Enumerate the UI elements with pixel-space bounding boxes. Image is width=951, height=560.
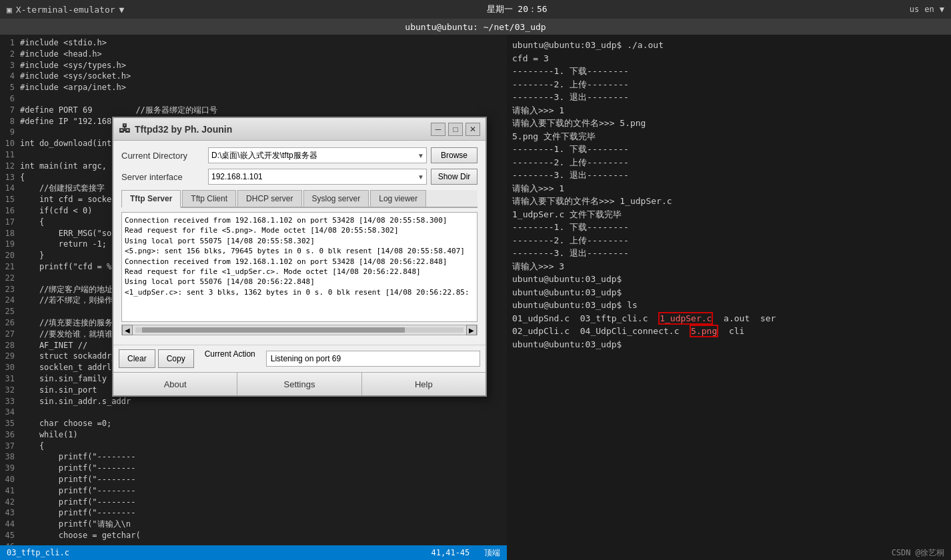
terminal-line: 请输入>>> 1: [512, 104, 946, 117]
highlighted-file: 5.png: [690, 325, 718, 337]
log-line: Read request for file <5.png>. Mode octe…: [125, 225, 474, 235]
terminal-line: --------1. 下载--------: [512, 65, 946, 78]
line-content: printf("--------: [20, 485, 135, 497]
scroll-left-icon[interactable]: ◀: [122, 325, 133, 335]
tftp-dialog: 🖧 Tftpd32 by Ph. Jounin ─ □ ✕ Current Di…: [112, 117, 487, 397]
line-number: 26: [0, 317, 20, 329]
line-number: 15: [0, 194, 20, 205]
line-number: 24: [0, 295, 20, 306]
log-line: Using local port 55076 [14/08 20:56:22.8…: [125, 277, 474, 287]
terminal-line: --------3. 退出--------: [512, 247, 946, 260]
line-content: #include <sys/socket.h>: [20, 71, 131, 82]
code-line: 7#define PORT 69 //服务器绑定的端口号: [0, 105, 507, 116]
terminal-line: ubuntu@ubuntu:03_udp$: [512, 286, 946, 299]
dialog-bottom-bar: Clear Copy Current Action Listening on p…: [113, 345, 486, 372]
code-line: 35 char choose =0;: [0, 418, 507, 429]
dropdown-arrow-icon: ▼: [119, 5, 125, 15]
copy-button[interactable]: Copy: [158, 349, 194, 368]
code-line: 44 printf("请输入\n: [0, 519, 507, 530]
status-position: 41,41-45 顶端: [431, 547, 500, 559]
dialog-title-text: Tftpd32 by Ph. Jounin: [135, 124, 232, 135]
close-button[interactable]: ✕: [465, 123, 480, 136]
locale[interactable]: en: [924, 5, 934, 14]
code-line: 40 printf("--------: [0, 474, 507, 485]
line-number: 12: [0, 161, 20, 172]
help-button[interactable]: Help: [362, 373, 486, 395]
settings-button[interactable]: Settings: [237, 373, 361, 395]
line-number: 18: [0, 228, 20, 239]
line-number: 13: [0, 172, 20, 183]
tab-dhcp-server[interactable]: DHCP server: [237, 190, 301, 207]
terminal-icon: ▣: [7, 5, 12, 15]
code-line: 41 printf("--------: [0, 485, 507, 497]
terminal-line: 01_udpSnd.c 03_tftp_cli.c 1_udpSer.c a.o…: [512, 312, 946, 325]
scrollbar-track[interactable]: [135, 327, 463, 333]
line-content: char choose =0;: [20, 418, 111, 429]
keyboard-lang[interactable]: us: [910, 5, 919, 14]
line-content: printf("--------: [20, 474, 135, 485]
scroll-right-icon[interactable]: ▶: [466, 325, 477, 335]
line-number: 23: [0, 284, 20, 295]
line-content: #include <sys/types.h>: [20, 60, 126, 71]
line-number: 8: [0, 116, 20, 127]
server-interface-select[interactable]: 192.168.1.101: [208, 169, 427, 185]
line-content: {: [20, 172, 25, 183]
line-number: 30: [0, 362, 20, 373]
tab-syslog-server[interactable]: Syslog server: [303, 190, 369, 207]
line-number: 21: [0, 261, 20, 273]
code-line: 1#include <stdio.h>: [0, 37, 507, 49]
line-number: 1: [0, 37, 20, 49]
line-content: choose = getchar(: [20, 530, 141, 541]
sys-right: us en ▼: [910, 5, 944, 14]
line-content: while(1): [20, 429, 78, 441]
maximize-button[interactable]: □: [448, 123, 463, 136]
code-line: 2#include <head.h>: [0, 49, 507, 60]
server-interface-label: Server interface: [121, 172, 208, 182]
tab-log-viewer[interactable]: Log viewer: [370, 190, 426, 207]
line-content: {: [20, 441, 44, 452]
current-dir-select[interactable]: D:\桌面\嵌入式开发\tftp服务器: [208, 147, 427, 163]
tab-tftp-client[interactable]: Tftp Client: [182, 190, 236, 207]
about-button[interactable]: About: [113, 373, 237, 395]
minimize-button[interactable]: ─: [431, 123, 445, 136]
dialog-footer: About Settings Help: [113, 372, 486, 395]
line-number: 34: [0, 407, 20, 418]
code-line: 33 sin.sin_addr.s_addr: [0, 396, 507, 407]
line-content: printf("--------: [20, 451, 135, 463]
clear-button[interactable]: Clear: [119, 349, 155, 368]
scrollbar-thumb[interactable]: [142, 327, 405, 333]
line-number: 45: [0, 530, 20, 541]
dialog-scrollbar[interactable]: ◀ ▶: [121, 325, 478, 335]
sys-time: 星期一 20：56: [487, 3, 548, 15]
line-number: 43: [0, 507, 20, 519]
line-number: 11: [0, 149, 20, 161]
title-bar: ubuntu@ubuntu: ~/net/03_udp: [0, 19, 951, 35]
browse-button[interactable]: Browse: [431, 147, 478, 163]
tab-tftp-server[interactable]: Tftp Server: [121, 190, 181, 208]
server-interface-row: Server interface 192.168.1.101 Show Dir: [121, 169, 478, 185]
code-line: 45 choose = getchar(: [0, 530, 507, 541]
log-line: Connection received from 192.168.1.102 o…: [125, 257, 474, 267]
line-content: #include <stdio.h>: [20, 37, 107, 49]
line-number: 22: [0, 273, 20, 284]
show-dir-button[interactable]: Show Dir: [431, 169, 478, 185]
line-content: //绑定客户端的地址信: [20, 284, 121, 295]
code-line: 42 printf("--------: [0, 497, 507, 508]
status-input: Listening on port 69: [266, 351, 480, 367]
line-number: 6: [0, 93, 20, 105]
terminal-line: --------3. 退出--------: [512, 91, 946, 104]
terminal-output: ubuntu@ubuntu:03_udp$ ./a.outcfd = 3----…: [512, 39, 946, 351]
terminal-line: --------2. 上传--------: [512, 234, 946, 247]
line-number: 5: [0, 82, 20, 93]
terminal-line: --------1. 下载--------: [512, 143, 946, 156]
app-title[interactable]: X-terminal-emulator: [16, 5, 115, 15]
terminal-line: --------1. 下载--------: [512, 221, 946, 234]
terminal-line: ubuntu@ubuntu:03_udp$ ls: [512, 299, 946, 312]
line-content: #include <head.h>: [20, 49, 102, 60]
terminal-panel: ubuntu@ubuntu:03_udp$ ./a.outcfd = 3----…: [507, 35, 951, 560]
code-line: 34: [0, 407, 507, 418]
editor-status-bar: 03_tftp_cli.c 41,41-45 顶端: [0, 545, 507, 560]
line-content: #include <arpa/inet.h>: [20, 82, 126, 93]
current-dir-label: Current Directory: [121, 151, 208, 161]
line-number: 16: [0, 205, 20, 217]
